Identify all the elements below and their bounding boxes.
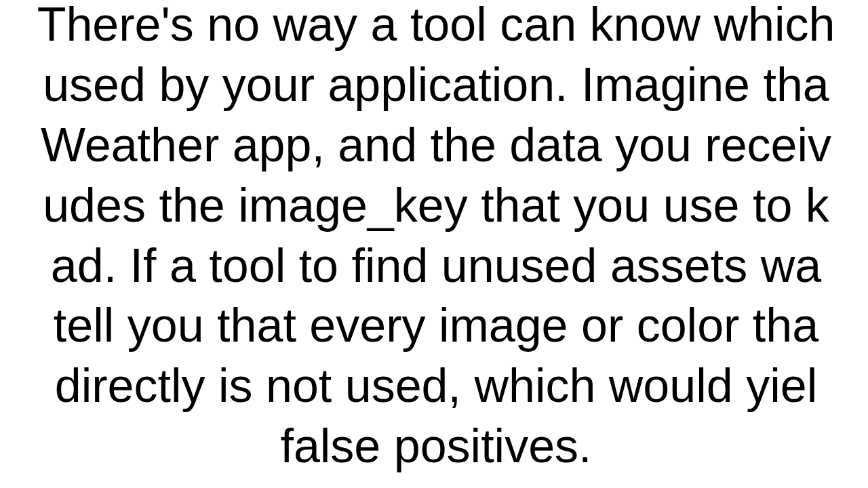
body-text-paragraph: There's no way a tool can know which use… — [0, 0, 868, 476]
